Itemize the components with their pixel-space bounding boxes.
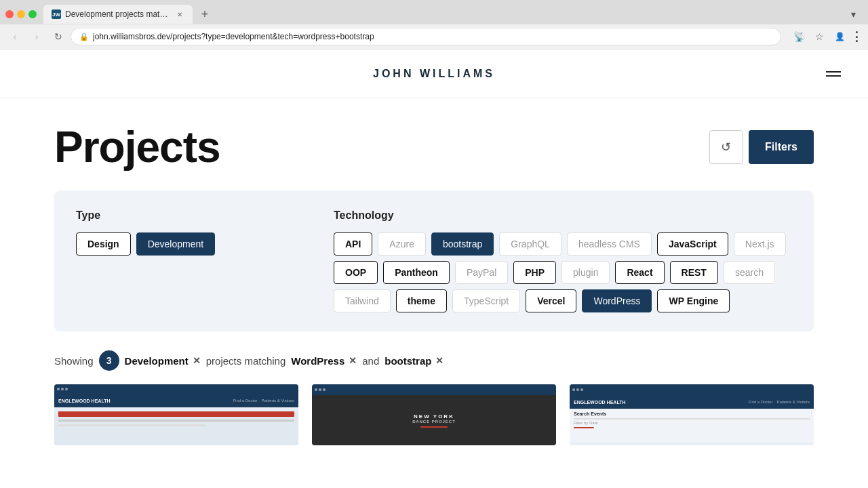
- thumb-bar-3: [570, 384, 814, 395]
- tech-tag-azure[interactable]: Azure: [378, 232, 426, 256]
- project-thumbnails-row: ENGLEWOOD HEALTH Find a Doctor Patients …: [54, 384, 814, 445]
- project-card-3[interactable]: ENGLEWOOD HEALTH Find a Doctor Patients …: [570, 384, 814, 445]
- thumb-bar-1: [54, 384, 298, 394]
- reset-filters-button[interactable]: ↺: [709, 130, 743, 164]
- tech-tag-headless-cms[interactable]: headless CMS: [567, 232, 652, 256]
- remove-type-chip-button[interactable]: ✕: [193, 355, 201, 366]
- tech-filter-label: Technology: [334, 209, 792, 222]
- page-content: JOHN WILLIAMS Projects ↺ Filters Type: [0, 49, 868, 488]
- site-logo[interactable]: JOHN WILLIAMS: [373, 68, 495, 80]
- close-window-dot[interactable]: [5, 10, 14, 18]
- tech-tag-graphql[interactable]: GraphQL: [499, 232, 561, 256]
- results-bar: Showing 3 Development ✕ projects matchin…: [54, 350, 814, 371]
- reload-button[interactable]: ↻: [49, 27, 68, 46]
- tech-tag-rest[interactable]: REST: [670, 261, 718, 284]
- projects-matching-label: projects matching: [206, 355, 286, 367]
- tech-tag-search[interactable]: search: [724, 261, 775, 284]
- tech-tag-tailwind[interactable]: Tailwind: [334, 289, 391, 312]
- refresh-icon: ↺: [721, 140, 731, 155]
- type-filter-label: Type: [76, 209, 334, 222]
- tech-tag-group: API Azure bootstrap GraphQL headless CMS…: [334, 232, 792, 312]
- project-card-2[interactable]: NEW YORK DANCE PROJECT: [312, 384, 556, 445]
- profile-button[interactable]: 👤: [830, 27, 849, 46]
- tech-tag-javascript[interactable]: JavaScript: [657, 232, 728, 256]
- tech-tag-oop[interactable]: OOP: [334, 261, 378, 284]
- showing-label: Showing: [54, 355, 94, 367]
- tech-tag-theme[interactable]: theme: [396, 289, 447, 312]
- tech-tag-react[interactable]: React: [615, 261, 664, 284]
- tech-chip-bootstrap: bootstrap ✕: [384, 355, 443, 367]
- tech-tag-vercel[interactable]: Vercel: [526, 289, 576, 312]
- cast-button[interactable]: 📡: [789, 27, 808, 46]
- minimize-window-dot[interactable]: [17, 10, 25, 18]
- url-text: john.williamsbros.dev/projects?type=deve…: [93, 32, 772, 41]
- thumb-body-2: NEW YORK DANCE PROJECT: [312, 395, 556, 445]
- filter-row: Type Design Development Technology API A…: [76, 209, 792, 312]
- type-chip-label: Development: [125, 355, 189, 367]
- and-label: and: [362, 355, 379, 367]
- results-count-badge: 3: [99, 350, 119, 371]
- forward-button[interactable]: ›: [27, 27, 46, 46]
- filter-panel: Type Design Development Technology API A…: [54, 190, 814, 331]
- tech-chip-wordpress: WordPress ✕: [291, 355, 357, 367]
- lock-icon: 🔒: [79, 33, 89, 41]
- filters-button[interactable]: Filters: [749, 130, 814, 164]
- tech-tag-typescript[interactable]: TypeScript: [452, 289, 520, 312]
- maximize-window-dot[interactable]: [28, 10, 37, 18]
- thumb-bar-2: [312, 384, 556, 395]
- tab-close-button[interactable]: ✕: [175, 9, 184, 19]
- thumb-body-1: ENGLEWOOD HEALTH Find a Doctor Patients …: [54, 394, 298, 445]
- type-tag-development[interactable]: Development: [136, 232, 216, 256]
- tab-title: Development projects matchi...: [65, 9, 171, 19]
- technology-filter-section: Technology API Azure bootstrap GraphQL h…: [334, 209, 792, 312]
- hamburger-line-2: [826, 75, 841, 77]
- tech-tag-api[interactable]: API: [334, 232, 372, 256]
- window-controls: [5, 10, 37, 18]
- type-tag-design[interactable]: Design: [76, 232, 131, 256]
- page-title: Projects: [54, 125, 220, 169]
- site-header: JOHN WILLIAMS: [0, 49, 868, 98]
- tech-tag-nextjs[interactable]: Next.js: [734, 232, 786, 256]
- tech-tag-bootstrap[interactable]: bootstrap: [431, 232, 494, 256]
- project-card-1[interactable]: ENGLEWOOD HEALTH Find a Doctor Patients …: [54, 384, 298, 445]
- type-filter-section: Type Design Development: [76, 209, 334, 312]
- address-bar[interactable]: 🔒 john.williamsbros.dev/projects?type=de…: [71, 28, 781, 45]
- tech-tag-php[interactable]: PHP: [513, 261, 556, 284]
- projects-header-row: Projects ↺ Filters: [54, 125, 814, 169]
- back-button[interactable]: ‹: [5, 27, 24, 46]
- browser-address-bar-row: ‹ › ↻ 🔒 john.williamsbros.dev/projects?t…: [0, 24, 868, 49]
- tab-favicon: JW: [52, 9, 61, 19]
- thumb-body-3: ENGLEWOOD HEALTH Find a Doctor Patients …: [570, 395, 814, 445]
- browser-chrome: JW Development projects matchi... ✕ + ▾ …: [0, 0, 868, 49]
- browser-tabs-bar: JW Development projects matchi... ✕ + ▾: [0, 0, 868, 24]
- new-tab-button[interactable]: +: [195, 5, 214, 24]
- hamburger-line-1: [826, 71, 841, 73]
- remove-wordpress-chip-button[interactable]: ✕: [349, 355, 357, 366]
- tab-list-button[interactable]: ▾: [844, 5, 863, 24]
- header-actions: ↺ Filters: [709, 130, 814, 164]
- tech-tag-wordpress[interactable]: WordPress: [582, 289, 652, 312]
- type-chip: Development ✕: [125, 355, 201, 367]
- tech-tag-wp-engine[interactable]: WP Engine: [657, 289, 730, 312]
- browser-action-buttons: 📡 ☆ 👤 ⋮: [789, 27, 863, 46]
- hamburger-menu-button[interactable]: [826, 71, 841, 77]
- tech-tag-pantheon[interactable]: Pantheon: [383, 261, 450, 284]
- tech-tag-plugin[interactable]: plugin: [561, 261, 610, 284]
- main-content: Projects ↺ Filters Type Design Developme…: [0, 98, 868, 445]
- tech-tag-paypal[interactable]: PayPal: [455, 261, 508, 284]
- bookmark-button[interactable]: ☆: [810, 27, 829, 46]
- wordpress-chip-label: WordPress: [291, 355, 344, 367]
- type-tag-group: Design Development: [76, 232, 334, 256]
- active-tab[interactable]: JW Development projects matchi... ✕: [43, 5, 193, 24]
- more-options-button[interactable]: ⋮: [850, 27, 863, 46]
- remove-bootstrap-chip-button[interactable]: ✕: [435, 355, 443, 366]
- bootstrap-chip-label: bootstrap: [384, 355, 431, 367]
